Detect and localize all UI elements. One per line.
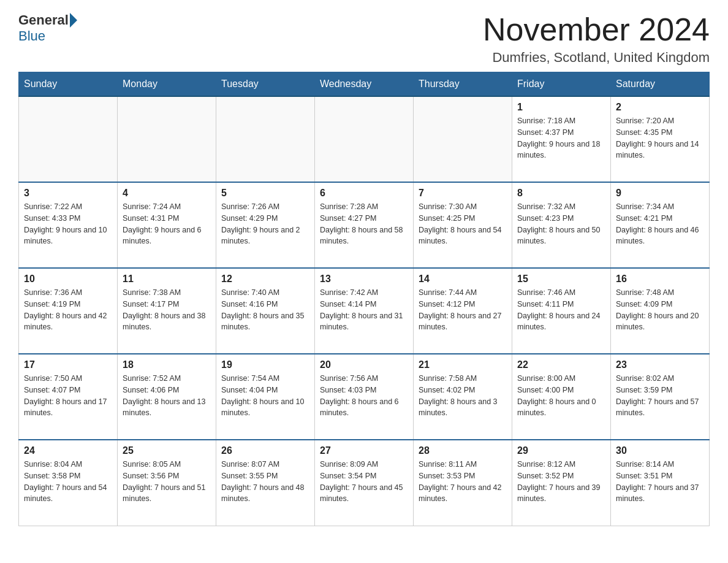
title-section: November 2024 Dumfries, Scotland, United… [483,12,710,66]
day-info: Sunrise: 7:44 AMSunset: 4:12 PMDaylight:… [419,287,507,333]
location-subtitle: Dumfries, Scotland, United Kingdom [483,50,710,66]
calendar-cell: 30Sunrise: 8:14 AMSunset: 3:51 PMDayligh… [611,440,710,526]
logo: General Blue [18,12,78,44]
day-number: 16 [616,274,704,285]
day-info: Sunrise: 7:42 AMSunset: 4:14 PMDaylight:… [320,287,408,333]
calendar-cell: 18Sunrise: 7:52 AMSunset: 4:06 PMDayligh… [118,354,216,440]
day-info: Sunrise: 7:32 AMSunset: 4:23 PMDaylight:… [517,201,605,247]
day-info: Sunrise: 7:38 AMSunset: 4:17 PMDaylight:… [123,287,211,333]
calendar-cell: 1Sunrise: 7:18 AMSunset: 4:37 PMDaylight… [512,96,611,182]
day-info: Sunrise: 7:56 AMSunset: 4:03 PMDaylight:… [320,373,408,419]
day-info: Sunrise: 7:54 AMSunset: 4:04 PMDaylight:… [221,373,309,419]
day-number: 11 [123,274,211,285]
day-number: 9 [616,188,704,199]
calendar-cell: 15Sunrise: 7:46 AMSunset: 4:11 PMDayligh… [512,268,611,354]
day-number: 30 [616,445,704,456]
day-number: 19 [221,359,309,370]
calendar-cell: 28Sunrise: 8:11 AMSunset: 3:53 PMDayligh… [414,440,512,526]
calendar-cell: 25Sunrise: 8:05 AMSunset: 3:56 PMDayligh… [118,440,216,526]
day-number: 5 [221,188,309,199]
col-tuesday: Tuesday [216,72,315,97]
calendar-cell: 26Sunrise: 8:07 AMSunset: 3:55 PMDayligh… [216,440,315,526]
day-info: Sunrise: 8:04 AMSunset: 3:58 PMDaylight:… [24,459,112,505]
day-info: Sunrise: 8:09 AMSunset: 3:54 PMDaylight:… [320,459,408,505]
day-number: 13 [320,274,408,285]
calendar-cell: 19Sunrise: 7:54 AMSunset: 4:04 PMDayligh… [216,354,315,440]
day-number: 28 [419,445,507,456]
day-number: 3 [24,188,112,199]
col-wednesday: Wednesday [315,72,414,97]
day-info: Sunrise: 7:34 AMSunset: 4:21 PMDaylight:… [616,201,704,247]
day-info: Sunrise: 7:48 AMSunset: 4:09 PMDaylight:… [616,287,704,333]
calendar-cell: 12Sunrise: 7:40 AMSunset: 4:16 PMDayligh… [216,268,315,354]
day-info: Sunrise: 8:12 AMSunset: 3:52 PMDaylight:… [517,459,605,505]
calendar-cell [414,96,512,182]
day-number: 23 [616,359,704,370]
day-info: Sunrise: 7:52 AMSunset: 4:06 PMDaylight:… [123,373,211,419]
col-friday: Friday [512,72,611,97]
day-info: Sunrise: 8:05 AMSunset: 3:56 PMDaylight:… [123,459,211,505]
col-monday: Monday [118,72,216,97]
day-number: 14 [419,274,507,285]
calendar-table: Sunday Monday Tuesday Wednesday Thursday… [18,72,710,526]
col-sunday: Sunday [19,72,118,97]
calendar-cell: 14Sunrise: 7:44 AMSunset: 4:12 PMDayligh… [414,268,512,354]
day-number: 18 [123,359,211,370]
calendar-cell: 23Sunrise: 8:02 AMSunset: 3:59 PMDayligh… [611,354,710,440]
day-info: Sunrise: 7:46 AMSunset: 4:11 PMDaylight:… [517,287,605,333]
calendar-cell: 10Sunrise: 7:36 AMSunset: 4:19 PMDayligh… [19,268,118,354]
calendar-cell [216,96,315,182]
day-info: Sunrise: 7:20 AMSunset: 4:35 PMDaylight:… [616,115,704,161]
day-info: Sunrise: 7:26 AMSunset: 4:29 PMDaylight:… [221,201,309,247]
calendar-cell: 9Sunrise: 7:34 AMSunset: 4:21 PMDaylight… [611,182,710,268]
day-info: Sunrise: 7:58 AMSunset: 4:02 PMDaylight:… [419,373,507,419]
calendar-cell: 5Sunrise: 7:26 AMSunset: 4:29 PMDaylight… [216,182,315,268]
day-number: 1 [517,102,605,113]
day-info: Sunrise: 7:28 AMSunset: 4:27 PMDaylight:… [320,201,408,247]
day-number: 12 [221,274,309,285]
page-header: General Blue November 2024 Dumfries, Sco… [18,12,710,66]
day-number: 24 [24,445,112,456]
day-info: Sunrise: 8:14 AMSunset: 3:51 PMDaylight:… [616,459,704,505]
calendar-cell: 6Sunrise: 7:28 AMSunset: 4:27 PMDaylight… [315,182,414,268]
col-saturday: Saturday [611,72,710,97]
day-number: 21 [419,359,507,370]
calendar-cell: 17Sunrise: 7:50 AMSunset: 4:07 PMDayligh… [19,354,118,440]
day-info: Sunrise: 7:40 AMSunset: 4:16 PMDaylight:… [221,287,309,333]
day-number: 4 [123,188,211,199]
day-number: 20 [320,359,408,370]
day-info: Sunrise: 7:36 AMSunset: 4:19 PMDaylight:… [24,287,112,333]
day-number: 2 [616,102,704,113]
calendar-cell: 11Sunrise: 7:38 AMSunset: 4:17 PMDayligh… [118,268,216,354]
calendar-cell: 7Sunrise: 7:30 AMSunset: 4:25 PMDaylight… [414,182,512,268]
day-info: Sunrise: 7:18 AMSunset: 4:37 PMDaylight:… [517,115,605,161]
month-title: November 2024 [483,12,710,47]
calendar-cell: 13Sunrise: 7:42 AMSunset: 4:14 PMDayligh… [315,268,414,354]
day-number: 25 [123,445,211,456]
calendar-week-4: 17Sunrise: 7:50 AMSunset: 4:07 PMDayligh… [19,354,710,440]
day-number: 10 [24,274,112,285]
day-info: Sunrise: 7:24 AMSunset: 4:31 PMDaylight:… [123,201,211,247]
logo-general-text: General [18,12,69,28]
calendar-cell [118,96,216,182]
calendar-cell: 29Sunrise: 8:12 AMSunset: 3:52 PMDayligh… [512,440,611,526]
day-info: Sunrise: 8:07 AMSunset: 3:55 PMDaylight:… [221,459,309,505]
calendar-week-5: 24Sunrise: 8:04 AMSunset: 3:58 PMDayligh… [19,440,710,526]
day-number: 27 [320,445,408,456]
day-number: 6 [320,188,408,199]
calendar-week-3: 10Sunrise: 7:36 AMSunset: 4:19 PMDayligh… [19,268,710,354]
calendar-cell: 20Sunrise: 7:56 AMSunset: 4:03 PMDayligh… [315,354,414,440]
day-info: Sunrise: 8:00 AMSunset: 4:00 PMDaylight:… [517,373,605,419]
calendar-week-1: 1Sunrise: 7:18 AMSunset: 4:37 PMDaylight… [19,96,710,182]
day-number: 8 [517,188,605,199]
day-info: Sunrise: 8:02 AMSunset: 3:59 PMDaylight:… [616,373,704,419]
calendar-cell [315,96,414,182]
day-info: Sunrise: 8:11 AMSunset: 3:53 PMDaylight:… [419,459,507,505]
calendar-cell: 24Sunrise: 8:04 AMSunset: 3:58 PMDayligh… [19,440,118,526]
calendar-week-2: 3Sunrise: 7:22 AMSunset: 4:33 PMDaylight… [19,182,710,268]
logo-blue-text: Blue [18,28,45,44]
day-info: Sunrise: 7:22 AMSunset: 4:33 PMDaylight:… [24,201,112,247]
day-number: 17 [24,359,112,370]
calendar-cell: 8Sunrise: 7:32 AMSunset: 4:23 PMDaylight… [512,182,611,268]
day-info: Sunrise: 7:30 AMSunset: 4:25 PMDaylight:… [419,201,507,247]
